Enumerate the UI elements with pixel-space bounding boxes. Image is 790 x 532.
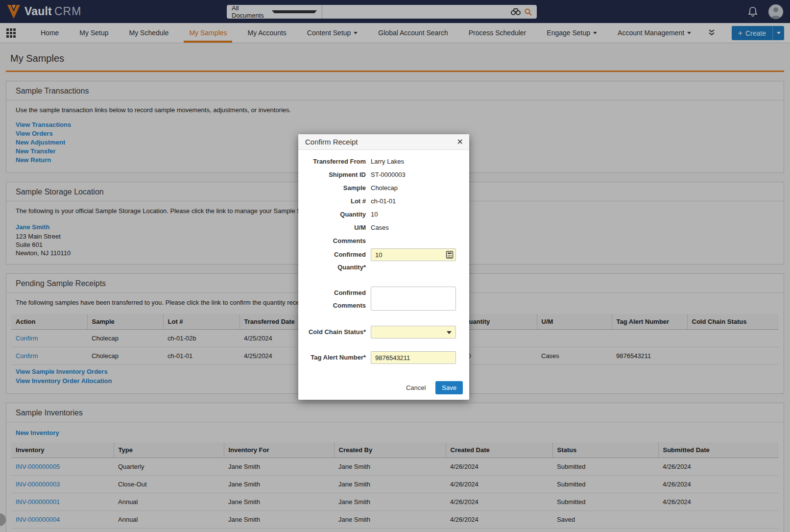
field-label: Quantity [304, 208, 366, 221]
field-label: Comments [304, 234, 366, 247]
save-button[interactable]: Save [435, 381, 463, 394]
field-label: Shipment ID [304, 168, 366, 181]
modal-title: Confirm Receipt [305, 138, 457, 146]
sample-value: Cholecap [371, 181, 398, 194]
field-label: Confirmed Quantity* [304, 248, 366, 274]
cold-chain-status-select[interactable] [371, 326, 456, 339]
lot-number-value: ch-01-01 [371, 194, 396, 208]
close-icon[interactable]: ✕ [457, 138, 463, 146]
confirmed-quantity-input[interactable] [371, 248, 456, 261]
field-label: Lot # [304, 194, 366, 208]
field-label: Confirmed Comments [304, 287, 366, 312]
tag-alert-number-input[interactable] [371, 351, 456, 364]
um-value: Cases [371, 221, 389, 234]
field-label: Sample [304, 181, 366, 194]
field-label: U/M [304, 221, 366, 234]
transferred-from-value: Larry Lakes [371, 155, 404, 168]
chevron-down-icon [447, 331, 452, 334]
field-label: Transferred From [304, 155, 366, 168]
confirm-receipt-modal: Confirm Receipt ✕ Transferred From Larry… [298, 134, 469, 400]
cancel-button[interactable]: Cancel [406, 384, 426, 391]
field-label: Tag Alert Number* [304, 351, 366, 364]
confirmed-comments-textarea[interactable] [371, 287, 456, 311]
calculator-icon[interactable] [446, 251, 454, 259]
shipment-id-value: ST-0000003 [371, 168, 406, 181]
quantity-value: 10 [371, 208, 378, 221]
field-label: Cold Chain Status* [304, 326, 366, 339]
